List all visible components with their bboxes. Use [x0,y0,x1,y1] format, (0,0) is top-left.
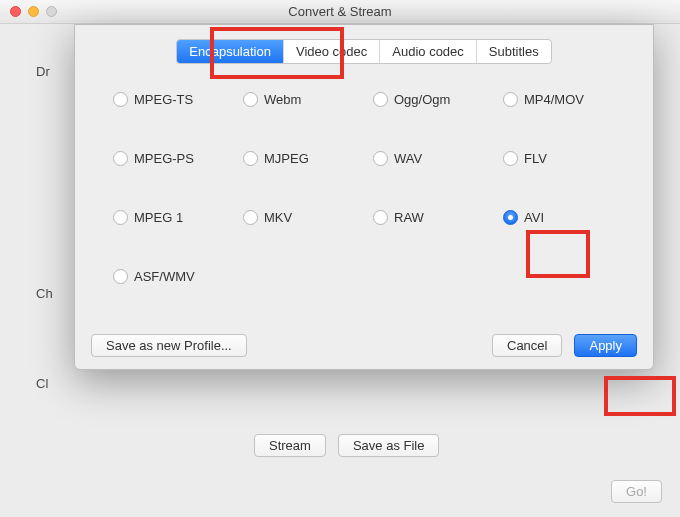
tab-video-codec[interactable]: Video codec [284,40,380,63]
radio-icon [503,210,518,225]
radio-flv[interactable]: FLV [503,151,629,166]
radio-label: MPEG 1 [134,210,183,225]
radio-raw[interactable]: RAW [373,210,499,225]
radio-icon [243,210,258,225]
save-profile-button[interactable]: Save as new Profile... [91,334,247,357]
bg-section-label: Cl [36,376,48,391]
radio-mjpeg[interactable]: MJPEG [243,151,369,166]
radio-icon [113,210,128,225]
radio-label: MP4/MOV [524,92,584,107]
window-titlebar: Convert & Stream [0,0,680,24]
radio-label: Ogg/Ogm [394,92,450,107]
bg-section-label: Dr [36,64,50,79]
radio-icon [113,269,128,284]
highlight-box [604,376,676,416]
radio-icon [243,151,258,166]
tab-audio-codec[interactable]: Audio codec [380,40,477,63]
radio-mpeg-ts[interactable]: MPEG-TS [113,92,239,107]
radio-label: WAV [394,151,422,166]
apply-button[interactable]: Apply [574,334,637,357]
radio-label: Webm [264,92,301,107]
radio-asf[interactable]: ASF/WMV [113,269,239,284]
tab-bar: Encapsulation Video codec Audio codec Su… [91,39,637,64]
radio-label: MPEG-PS [134,151,194,166]
radio-icon [113,151,128,166]
sheet-action-row: Save as new Profile... Cancel Apply [91,334,637,357]
radio-label: RAW [394,210,424,225]
window-title: Convert & Stream [0,4,680,19]
radio-icon [113,92,128,107]
radio-label: ASF/WMV [134,269,195,284]
go-button[interactable]: Go! [611,480,662,503]
radio-ogg[interactable]: Ogg/Ogm [373,92,499,107]
radio-icon [373,92,388,107]
tab-segmented-control: Encapsulation Video codec Audio codec Su… [176,39,551,64]
radio-avi[interactable]: AVI [503,210,629,225]
radio-icon [373,210,388,225]
radio-mpeg1[interactable]: MPEG 1 [113,210,239,225]
radio-icon [243,92,258,107]
cancel-button[interactable]: Cancel [492,334,562,357]
radio-icon [373,151,388,166]
radio-label: AVI [524,210,544,225]
save-as-file-button[interactable]: Save as File [338,434,440,457]
radio-mp4[interactable]: MP4/MOV [503,92,629,107]
bg-section-label: Ch [36,286,53,301]
radio-wav[interactable]: WAV [373,151,499,166]
radio-webm[interactable]: Webm [243,92,369,107]
radio-mpeg-ps[interactable]: MPEG-PS [113,151,239,166]
radio-label: FLV [524,151,547,166]
radio-icon [503,92,518,107]
bg-button-row: Stream Save as File [254,434,439,457]
radio-mkv[interactable]: MKV [243,210,369,225]
radio-label: MPEG-TS [134,92,193,107]
radio-label: MJPEG [264,151,309,166]
profile-sheet: Encapsulation Video codec Audio codec Su… [74,24,654,370]
tab-encapsulation[interactable]: Encapsulation [177,40,284,63]
stream-button[interactable]: Stream [254,434,326,457]
radio-icon [503,151,518,166]
tab-subtitles[interactable]: Subtitles [477,40,551,63]
encapsulation-options: MPEG-TS Webm Ogg/Ogm MP4/MOV MPEG-PS MJP… [91,86,637,290]
radio-label: MKV [264,210,292,225]
